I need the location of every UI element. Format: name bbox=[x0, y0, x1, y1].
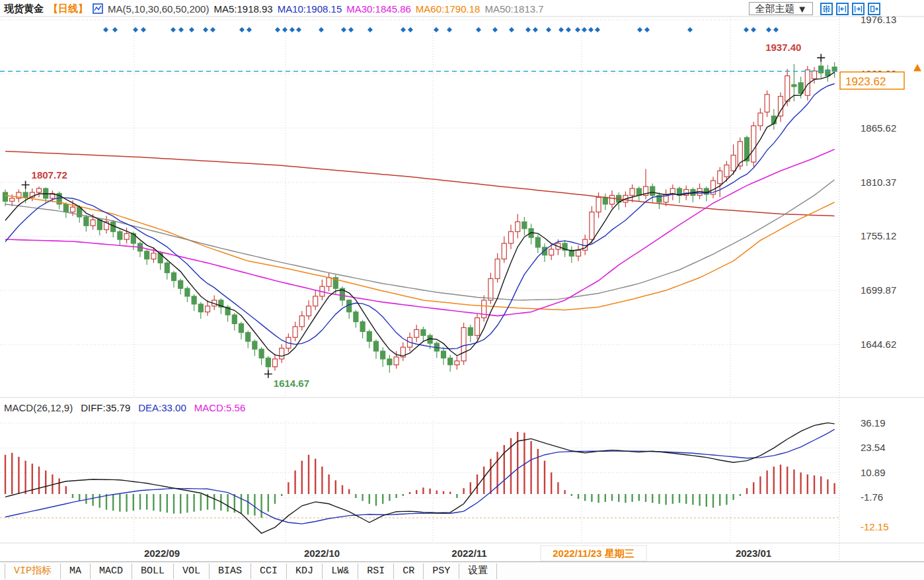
candle-body bbox=[448, 358, 453, 364]
tab-rsi[interactable]: RSI bbox=[358, 563, 394, 579]
news-marker-icon[interactable] bbox=[773, 27, 779, 32]
news-marker-icon[interactable] bbox=[766, 27, 771, 32]
news-marker-icon[interactable] bbox=[588, 27, 594, 32]
news-marker-icon[interactable] bbox=[408, 27, 413, 32]
news-marker-icon[interactable] bbox=[447, 27, 452, 32]
ma30-value: MA30:1845.86 bbox=[346, 3, 411, 15]
news-marker-icon[interactable] bbox=[133, 27, 138, 32]
news-marker-icon[interactable] bbox=[348, 27, 354, 32]
diff-line bbox=[5, 423, 835, 533]
candle-body bbox=[293, 327, 297, 337]
news-marker-icon[interactable] bbox=[141, 27, 146, 32]
news-marker-icon[interactable] bbox=[341, 27, 346, 32]
news-marker-icon[interactable] bbox=[189, 27, 194, 32]
news-marker-icon[interactable] bbox=[103, 27, 108, 32]
candle-body bbox=[576, 250, 581, 256]
candle-body bbox=[461, 327, 466, 360]
tab-psy[interactable]: PSY bbox=[424, 563, 459, 579]
ma10-line bbox=[5, 84, 835, 349]
news-marker-icon[interactable] bbox=[275, 27, 280, 32]
candle-body bbox=[596, 197, 601, 212]
news-marker-icon[interactable] bbox=[744, 27, 749, 32]
candle-body bbox=[266, 358, 270, 366]
tab-vip-indicators[interactable]: VIP指标 bbox=[5, 563, 61, 579]
selected-date-label[interactable]: 2022/11/23 星期三 bbox=[553, 548, 634, 559]
news-marker-icon[interactable] bbox=[637, 27, 642, 32]
price-axis-tick: 1810.37 bbox=[861, 177, 896, 188]
news-marker-icon[interactable] bbox=[434, 27, 439, 32]
news-marker-icon[interactable] bbox=[476, 27, 481, 32]
x-axis-label: 2022/11 bbox=[451, 548, 486, 559]
ma50-line bbox=[5, 180, 835, 300]
period-label[interactable]: 【日线】 bbox=[48, 3, 88, 15]
macd-diff-value: DIFF:35.79 bbox=[81, 402, 130, 413]
swing-marker-cross bbox=[817, 54, 825, 62]
news-marker-icon[interactable] bbox=[282, 27, 288, 32]
tab-bias[interactable]: BIAS bbox=[210, 563, 251, 579]
news-marker-icon[interactable] bbox=[533, 27, 538, 32]
news-marker-icon[interactable] bbox=[178, 27, 184, 32]
tab-settings[interactable]: 设置 bbox=[459, 563, 497, 579]
page-forward-icon[interactable] bbox=[868, 3, 880, 15]
news-marker-icon[interactable] bbox=[751, 27, 756, 32]
tab-macd[interactable]: MACD bbox=[91, 563, 132, 579]
news-marker-icon[interactable] bbox=[546, 27, 551, 32]
news-marker-icon[interactable] bbox=[289, 27, 295, 32]
candle-body bbox=[482, 300, 486, 318]
news-marker-icon[interactable] bbox=[525, 27, 531, 32]
candle-body bbox=[280, 348, 284, 358]
candle-body bbox=[3, 192, 8, 201]
candle-body bbox=[192, 296, 196, 304]
tab-cci[interactable]: CCI bbox=[251, 563, 287, 579]
candle-body bbox=[758, 113, 763, 126]
tab-lw[interactable]: LW& bbox=[323, 563, 358, 579]
macd-params[interactable]: MACD(26,12,9) bbox=[4, 402, 73, 413]
candle-body bbox=[206, 306, 210, 312]
expand-candles-icon[interactable] bbox=[852, 3, 865, 15]
news-marker-icon[interactable] bbox=[171, 27, 176, 32]
candle-body bbox=[23, 192, 28, 197]
news-marker-icon[interactable] bbox=[558, 27, 564, 32]
candle-body bbox=[185, 288, 190, 296]
chart-area[interactable]: 1976.131920.881865.621810.371755.121699.… bbox=[0, 0, 924, 562]
news-marker-icon[interactable] bbox=[112, 27, 118, 32]
news-marker-icon[interactable] bbox=[210, 27, 215, 32]
ma60-line bbox=[5, 195, 835, 310]
candle-body bbox=[455, 361, 459, 365]
price-axis-tick: 1755.12 bbox=[861, 230, 896, 241]
news-marker-icon[interactable] bbox=[296, 27, 301, 32]
news-marker-icon[interactable] bbox=[687, 27, 693, 32]
candle-body bbox=[488, 278, 493, 300]
tab-boll[interactable]: BOLL bbox=[132, 563, 174, 579]
news-marker-icon[interactable] bbox=[575, 27, 580, 32]
macd-axis-tick: 23.54 bbox=[861, 442, 886, 453]
news-marker-icon[interactable] bbox=[492, 27, 498, 32]
news-marker-icon[interactable] bbox=[509, 27, 514, 32]
ma200-line bbox=[5, 151, 835, 216]
news-marker-icon[interactable] bbox=[239, 27, 245, 32]
news-marker-icon[interactable] bbox=[367, 27, 373, 32]
ma-settings[interactable]: MA(5,10,30,60,50,200) bbox=[108, 3, 209, 15]
swing-marker-cross bbox=[22, 181, 30, 189]
news-marker-icon[interactable] bbox=[401, 27, 406, 32]
ma5-value: MA5:1918.93 bbox=[213, 3, 272, 15]
chart-tool-icons bbox=[820, 3, 880, 15]
tab-cr[interactable]: CR bbox=[394, 563, 424, 579]
tab-vol[interactable]: VOL bbox=[174, 563, 210, 579]
news-marker-icon[interactable] bbox=[595, 27, 600, 32]
news-marker-icon[interactable] bbox=[644, 27, 650, 32]
news-marker-icon[interactable] bbox=[566, 27, 571, 32]
news-marker-icon[interactable] bbox=[582, 27, 587, 32]
candle-body bbox=[239, 323, 244, 332]
tab-ma[interactable]: MA bbox=[61, 563, 91, 579]
news-marker-icon[interactable] bbox=[203, 27, 208, 32]
tab-kdj[interactable]: KDJ bbox=[287, 563, 323, 579]
candle-body bbox=[374, 341, 379, 351]
candle-body bbox=[724, 165, 729, 177]
news-marker-icon[interactable] bbox=[247, 27, 252, 32]
theme-selector-button[interactable]: 全部主题 ▼ bbox=[749, 2, 813, 15]
compress-candles-icon[interactable] bbox=[836, 3, 849, 15]
crosshair-icon[interactable] bbox=[820, 3, 833, 15]
swing-marker-cross bbox=[264, 370, 272, 378]
news-marker-icon[interactable] bbox=[319, 27, 324, 32]
